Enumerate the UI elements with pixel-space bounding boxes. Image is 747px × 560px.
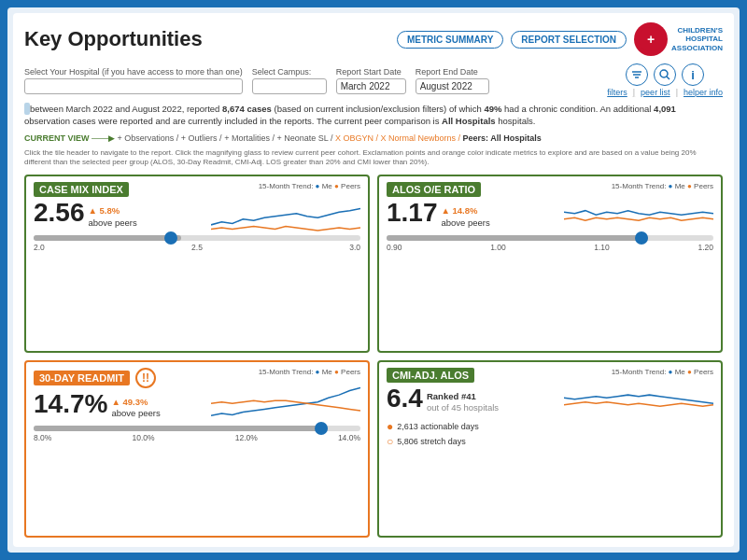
case-mix-trend-label: 15-Month Trend: ● Me ● Peers — [211, 182, 360, 190]
controls-row: Select Your Hospital (if you have access… — [24, 63, 723, 97]
svg-point-5 — [660, 70, 668, 77]
campus-select[interactable] — [252, 78, 327, 94]
info-text-content: between March 2022 and August 2022, repo… — [24, 104, 676, 126]
icon-group: i filters | peer list | helper info — [607, 63, 723, 97]
start-date-select[interactable]: March 2022 — [336, 78, 406, 94]
hint-text: Click the tile header to navigate to the… — [24, 148, 723, 168]
current-view-label: CURRENT VIEW — [24, 133, 90, 143]
cmi-adj-chart — [564, 378, 713, 425]
alos-oe-value: 1.17 — [387, 200, 438, 226]
case-mix-index-card[interactable]: CASE MIX INDEX 15-Month Trend: ● Me ● Pe… — [24, 175, 370, 352]
cmi-adj-alos-card[interactable]: CMI-ADJ. ALOS 15-Month Trend: ● Me ● Pee… — [377, 360, 723, 538]
outer-border: Key Opportunities METRIC SUMMARY REPORT … — [7, 7, 740, 553]
end-date-label: Report End Date — [416, 67, 489, 77]
info-icon-btn[interactable]: i — [682, 63, 704, 86]
stretch-dot: ○ — [387, 435, 393, 448]
case-mix-change: ▲ 5.8%above peers — [89, 205, 137, 229]
cv-peers: Peers: All Hospitals — [462, 133, 541, 143]
hospital-label: Select Your Hospital (if you have access… — [24, 67, 243, 77]
info-text: between March 2022 and August 2022, repo… — [24, 103, 723, 128]
cv-obgyn: X OBGYN / — [335, 133, 378, 143]
metrics-grid: CASE MIX INDEX 15-Month Trend: ● Me ● Pe… — [24, 175, 723, 538]
case-mix-slider: 2.02.53.0 — [34, 235, 360, 252]
30-day-chart — [211, 378, 360, 425]
stretch-days-label: 5,806 stretch days — [397, 437, 466, 446]
page-title: Key Opportunities — [24, 27, 203, 51]
cha-logo-icon: + — [634, 22, 668, 56]
cv-neonate: + Neonate SL / — [276, 133, 332, 143]
end-date-control: Report End Date August 2022 — [416, 67, 489, 94]
helper-info-link[interactable]: helper info — [684, 88, 723, 97]
icon-links: filters | peer list | helper info — [607, 88, 723, 97]
search-icon-btn[interactable] — [654, 63, 676, 86]
30-day-readmit-header[interactable]: 30-DAY READMIT — [34, 371, 130, 385]
alos-oe-trend-label: 15-Month Trend: ● Me ● Peers — [564, 182, 713, 190]
report-selection-button[interactable]: REPORT SELECTION — [511, 31, 627, 49]
peer-list-link[interactable]: peer list — [641, 88, 670, 97]
hospital-control: Select Your Hospital (if you have access… — [24, 67, 243, 94]
campus-label: Select Campus: — [252, 67, 327, 77]
alos-oe-slider: 0.901.001.101.20 — [387, 235, 713, 252]
current-view-arrow: ——▶ — [92, 133, 118, 143]
stretch-days-item: ○ 5,806 stretch days — [387, 435, 713, 448]
logo-text: CHILDREN'SHOSPITALASSOCIATION — [671, 26, 723, 53]
alos-oe-header[interactable]: ALOS O/E RATIO — [387, 182, 481, 197]
header-right: METRIC SUMMARY REPORT SELECTION + CHILDR… — [397, 22, 723, 56]
svg-text:+: + — [647, 32, 655, 47]
actionable-dot: ● — [387, 420, 393, 433]
30-day-trend-label: 15-Month Trend: ● Me ● Peers — [211, 368, 360, 376]
actionable-days-label: 2,613 actionable days — [397, 422, 479, 431]
cv-outliers: + Outliers / — [181, 133, 222, 143]
current-view: CURRENT VIEW ——▶ + Observations / + Outl… — [24, 133, 723, 143]
alos-oe-ratio-card[interactable]: ALOS O/E RATIO 15-Month Trend: ● Me ● Pe… — [377, 175, 723, 352]
cv-normal-newborns: X Normal Newborns / — [380, 133, 460, 143]
filters-icon-btn[interactable] — [626, 63, 648, 86]
case-mix-index-header[interactable]: CASE MIX INDEX — [34, 182, 129, 197]
filters-link[interactable]: filters — [607, 88, 627, 97]
header-row: Key Opportunities METRIC SUMMARY REPORT … — [24, 22, 723, 56]
alos-oe-change: ▲ 14.8%above peers — [442, 205, 490, 229]
case-mix-chart — [211, 192, 360, 239]
cmi-adj-trend-area: 15-Month Trend: ● Me ● Peers — [564, 368, 713, 427]
30-day-trend-area: 15-Month Trend: ● Me ● Peers — [211, 368, 360, 427]
case-mix-trend-area: 15-Month Trend: ● Me ● Peers — [211, 182, 360, 241]
icon-row: i — [626, 63, 704, 86]
metric-summary-button[interactable]: METRIC SUMMARY — [397, 31, 503, 49]
start-date-control: Report Start Date March 2022 — [336, 67, 406, 94]
start-date-label: Report Start Date — [336, 67, 406, 77]
30-day-slider: 8.0%10.0%12.0%14.0% — [34, 426, 360, 442]
cmi-adj-rank: Ranked #41 out of 45 hospitals — [427, 391, 499, 414]
cmi-adj-alos-header[interactable]: CMI-ADJ. ALOS — [387, 368, 474, 383]
cv-observations: + Observations / — [118, 133, 179, 143]
cmi-adj-trend-label: 15-Month Trend: ● Me ● Peers — [564, 368, 713, 376]
30-day-readmit-card[interactable]: 30-DAY READMIT !! 15-Month Trend: ● Me ●… — [24, 360, 370, 538]
30-day-value: 14.7% — [34, 391, 107, 417]
campus-control: Select Campus: — [252, 67, 327, 94]
case-mix-value: 2.56 — [34, 200, 85, 226]
30-day-change: ▲ 49.3%above peers — [111, 397, 160, 420]
hospital-select[interactable] — [24, 78, 243, 94]
warning-badge: !! — [135, 368, 156, 388]
cv-mortalities: + Mortalities / — [224, 133, 275, 143]
end-date-select[interactable]: August 2022 — [416, 78, 489, 94]
logo-area: + CHILDREN'SHOSPITALASSOCIATION — [634, 22, 723, 56]
svg-line-6 — [667, 77, 669, 79]
main-card: Key Opportunities METRIC SUMMARY REPORT … — [13, 13, 734, 547]
cmi-adj-value: 6.4 — [387, 385, 423, 412]
